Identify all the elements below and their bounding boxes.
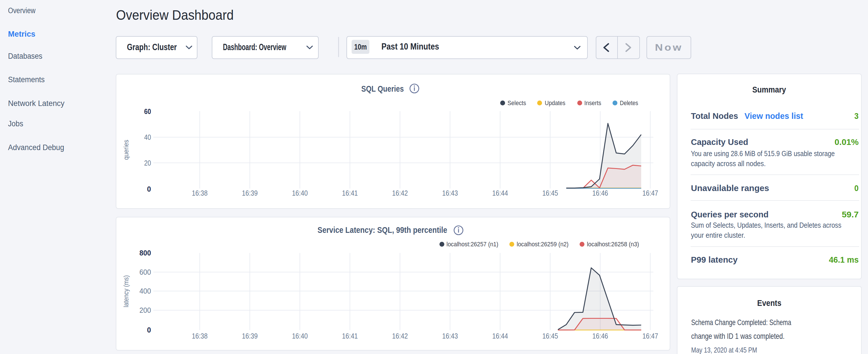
svg-text:Selects: Selects: [507, 100, 526, 106]
svg-text:latency (ms): latency (ms): [122, 275, 130, 307]
svg-text:16:41: 16:41: [342, 332, 358, 340]
svg-text:16:38: 16:38: [192, 332, 208, 340]
svg-text:0: 0: [147, 185, 151, 193]
svg-text:queries: queries: [122, 140, 130, 160]
svg-text:16:39: 16:39: [242, 332, 258, 340]
svg-text:800: 800: [140, 249, 151, 257]
svg-text:localhost:26259 (n2): localhost:26259 (n2): [517, 241, 568, 248]
svg-text:Deletes: Deletes: [620, 100, 638, 106]
svg-text:0: 0: [147, 326, 151, 334]
svg-text:16:45: 16:45: [542, 189, 558, 197]
svg-text:40: 40: [144, 133, 151, 141]
svg-text:600: 600: [140, 268, 151, 276]
svg-text:localhost:26257 (n1): localhost:26257 (n1): [446, 241, 498, 248]
svg-text:16:43: 16:43: [442, 332, 458, 340]
svg-text:400: 400: [140, 287, 151, 295]
svg-text:16:44: 16:44: [492, 189, 508, 197]
svg-text:16:38: 16:38: [192, 189, 208, 197]
svg-text:16:39: 16:39: [242, 189, 258, 197]
svg-text:Updates: Updates: [545, 100, 565, 106]
svg-text:16:45: 16:45: [542, 332, 558, 340]
svg-text:Inserts: Inserts: [584, 100, 601, 106]
svg-text:SQL Queries: SQL Queries: [361, 84, 404, 93]
svg-text:16:42: 16:42: [392, 332, 408, 340]
svg-text:200: 200: [140, 306, 151, 314]
svg-text:16:46: 16:46: [592, 332, 608, 340]
svg-text:localhost:26258 (n3): localhost:26258 (n3): [587, 241, 639, 248]
svg-text:60: 60: [144, 107, 151, 116]
svg-text:16:40: 16:40: [292, 332, 308, 340]
svg-text:16:41: 16:41: [342, 189, 358, 197]
svg-text:20: 20: [144, 159, 151, 167]
svg-text:16:43: 16:43: [442, 189, 458, 197]
svg-text:16:44: 16:44: [492, 332, 508, 340]
svg-text:16:40: 16:40: [292, 189, 308, 197]
svg-text:Service Latency: SQL, 99th per: Service Latency: SQL, 99th percentile: [317, 225, 447, 234]
svg-text:16:47: 16:47: [643, 332, 658, 340]
svg-text:16:42: 16:42: [392, 189, 408, 197]
